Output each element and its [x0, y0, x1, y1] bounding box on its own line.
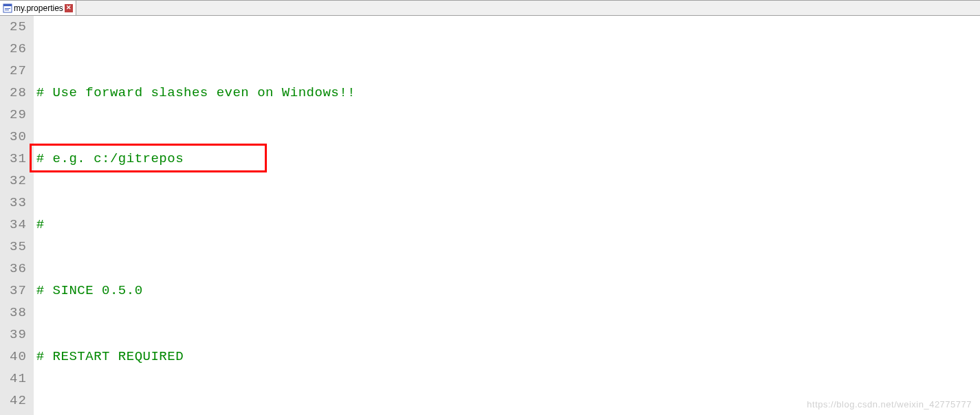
line-number: 27	[10, 60, 27, 82]
line-number: 25	[10, 16, 27, 38]
editor[interactable]: 25262728293031323334353637383940414243 #…	[0, 16, 980, 415]
svg-rect-1	[3, 4, 12, 6]
code-line: #	[36, 214, 699, 236]
line-number: 39	[10, 324, 27, 346]
svg-rect-3	[5, 10, 9, 10]
code-line: # e.g. c:/gitrepos	[36, 148, 699, 170]
tab-bar: my.properties ✕	[0, 0, 980, 16]
line-number: 43	[10, 412, 27, 415]
code-line: # SINCE 0.5.0	[36, 280, 699, 302]
svg-rect-2	[5, 8, 10, 9]
line-number: 34	[10, 214, 27, 236]
line-number: 35	[10, 236, 27, 258]
close-icon[interactable]: ✕	[65, 4, 73, 12]
tab-filename: my.properties	[14, 3, 63, 13]
line-number: 38	[10, 302, 27, 324]
line-number-gutter: 25262728293031323334353637383940414243	[0, 16, 34, 415]
line-number: 37	[10, 280, 27, 302]
line-number: 30	[10, 126, 27, 148]
line-number: 28	[10, 82, 27, 104]
file-tab[interactable]: my.properties ✕	[0, 1, 76, 15]
line-number: 42	[10, 390, 27, 412]
line-number: 26	[10, 38, 27, 60]
file-icon	[3, 3, 12, 13]
line-number: 33	[10, 192, 27, 214]
line-number: 29	[10, 104, 27, 126]
line-number: 36	[10, 258, 27, 280]
watermark: https://blog.csdn.net/weixin_42775777	[807, 399, 972, 410]
code-line: # BASEFOLDER	[36, 412, 699, 415]
line-number: 32	[10, 170, 27, 192]
line-number: 40	[10, 346, 27, 368]
line-number: 31	[10, 148, 27, 170]
code-area[interactable]: # Use forward slashes even on Windows!! …	[34, 16, 699, 415]
code-line: # RESTART REQUIRED	[36, 346, 699, 368]
code-line: # Use forward slashes even on Windows!!	[36, 82, 699, 104]
line-number: 41	[10, 368, 27, 390]
